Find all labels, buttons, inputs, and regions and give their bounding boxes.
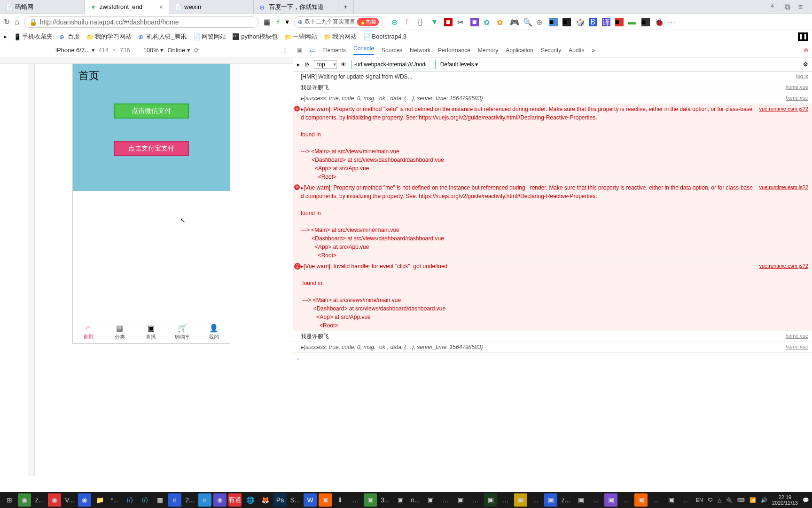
tab-mine[interactable]: 👤我的 — [198, 320, 230, 343]
qr-icon[interactable]: ▦ — [264, 17, 271, 26]
taskbar-item[interactable]: e — [198, 493, 211, 507]
taskbar-item[interactable]: ◉ — [18, 493, 31, 507]
source-link[interactable]: vue.runtime.esm.js?2 — [754, 183, 808, 260]
tab-live[interactable]: ▣直播 — [135, 320, 167, 343]
tray-icon[interactable]: 🗨 — [708, 497, 713, 503]
bookmark-item[interactable]: ⊕机构入驻_腾讯 — [138, 32, 187, 41]
taskbar-item[interactable]: z... — [33, 493, 46, 507]
source-link[interactable]: home.vue — [781, 332, 808, 341]
tray-icon[interactable]: △ — [718, 497, 721, 503]
search-icon[interactable]: 🔍 — [523, 18, 531, 26]
ext-icon[interactable]: ■ — [470, 18, 479, 26]
device-toggle-icon[interactable]: ▭ — [310, 47, 315, 54]
taskbar-item[interactable]: e — [168, 493, 181, 507]
ext-icon[interactable]: ▬ — [628, 18, 637, 26]
taskbar-item[interactable]: ◉ — [78, 493, 91, 507]
taskbar-item[interactable]: n... — [409, 493, 422, 507]
taskbar-item[interactable]: ▦ — [153, 493, 166, 507]
taskbar-item[interactable]: ... — [589, 493, 602, 507]
devtools-tab-console[interactable]: Console — [353, 45, 374, 55]
taskbar-item[interactable]: Ps — [273, 493, 287, 507]
search-box[interactable]: ⊕ 双十二九个真实预言 🔥热搜 — [294, 16, 383, 28]
taskbar-item[interactable]: ... — [439, 493, 452, 507]
taskbar-item[interactable]: ▣ — [454, 493, 467, 507]
ext-icon[interactable]: ■ — [615, 18, 624, 26]
console-sidebar-toggle[interactable]: ▸ — [297, 61, 300, 68]
tab-home[interactable]: ⌂首页 — [73, 320, 104, 343]
tab-2[interactable]: 📄 weixin — [169, 0, 254, 14]
taskbar-item[interactable]: ▣ — [574, 493, 587, 507]
taskbar-item[interactable]: ... — [649, 493, 663, 507]
taskbar-item[interactable]: *... — [108, 493, 121, 507]
ext-icon[interactable]: ■ — [562, 18, 571, 26]
tray-icon[interactable]: ⌨ — [737, 497, 745, 503]
taskbar-item[interactable]: ▣ — [394, 493, 407, 507]
taskbar-item[interactable]: ▣ — [544, 493, 557, 507]
system-clock[interactable]: 22:19 2020/12/13 — [772, 494, 798, 506]
taskbar-item[interactable]: ⟨/⟩ — [138, 493, 151, 507]
notifications-icon[interactable]: 💬 — [803, 497, 809, 503]
ext-icon[interactable]: B — [589, 18, 597, 26]
source-link[interactable]: vue.runtime.esm.js?2 — [754, 105, 808, 181]
wechat-pay-button[interactable]: 点击微信支付 — [114, 103, 189, 119]
close-icon[interactable]: × — [159, 3, 163, 11]
ext-icon[interactable]: ⊝ — [391, 18, 400, 26]
bookmark-item[interactable]: 📁一些网站 — [284, 32, 317, 41]
taskbar-item[interactable]: ◉ — [48, 493, 61, 507]
ext-icon[interactable]: ⊕ — [536, 18, 545, 26]
tray-icon[interactable]: 🔌 — [726, 497, 733, 503]
menu-icon[interactable]: ≡ — [798, 3, 803, 11]
devtools-tab-application[interactable]: Application — [506, 47, 533, 54]
ext-icon[interactable]: 🎮 — [510, 18, 518, 26]
throttle-select[interactable]: Online ▾ — [168, 47, 190, 54]
lang-indicator[interactable]: EN — [696, 497, 703, 503]
taskbar-item[interactable]: ... — [349, 493, 362, 507]
taskbar-item[interactable]: 🦊 — [258, 493, 272, 507]
ext-icon[interactable]: ■ — [444, 18, 453, 26]
inspect-icon[interactable]: ▣ — [297, 47, 302, 54]
taskbar-item[interactable]: ▣ — [514, 493, 527, 507]
devtools-tab-security[interactable]: Security — [541, 47, 561, 54]
pause-debugger-button[interactable]: ❚❚ — [798, 32, 808, 41]
taskbar-item[interactable]: 3... — [379, 493, 392, 507]
taskbar-item[interactable]: 🌐 — [243, 493, 257, 507]
taskbar-item[interactable]: ... — [529, 493, 542, 507]
console-prompt[interactable]: › — [293, 353, 812, 365]
tray-icon[interactable]: 📶 — [750, 497, 756, 503]
bookmark-item[interactable]: 📄Bootstrap4.3 — [363, 33, 406, 40]
source-link[interactable]: vue.runtime.esm.js?2 — [754, 262, 808, 330]
more-tabs-icon[interactable]: » — [592, 47, 595, 54]
app-launcher-icon[interactable]: ▸ — [4, 33, 7, 40]
alipay-pay-button[interactable]: 点击支付宝支付 — [114, 141, 189, 156]
console-output[interactable]: [HMR] Waiting for update signal from WDS… — [293, 71, 812, 476]
ext-icon[interactable]: 译 — [602, 18, 610, 26]
new-tab-button[interactable]: + — [338, 0, 354, 14]
device-height[interactable]: 736 — [120, 47, 130, 54]
ext-icon[interactable]: {} — [418, 18, 426, 26]
taskbar-item[interactable]: ⟨/⟩ — [123, 493, 136, 507]
reload-icon[interactable]: ↻ — [4, 17, 10, 26]
url-input[interactable]: 🔒 http://duanshuilu.natapp4.cc/#/dashboa… — [24, 16, 259, 28]
collections-icon[interactable]: ⧉ — [785, 3, 790, 11]
ext-icon[interactable]: ■ — [641, 18, 650, 26]
more-icon[interactable]: ⋮ — [282, 47, 288, 54]
flash-icon[interactable]: ⚡︎ — [275, 17, 281, 26]
taskbar-item[interactable]: z... — [559, 493, 572, 507]
tab-0[interactable]: 📄 码蜡网 — [0, 0, 85, 14]
chevron-down-icon[interactable]: ▾ — [285, 17, 289, 26]
tab-3[interactable]: ⊕ 百度一下，你就知道 — [254, 0, 338, 14]
devtools-tab-performance[interactable]: Performance — [438, 47, 470, 54]
taskbar-item[interactable]: 📁 — [93, 493, 106, 507]
log-levels-select[interactable]: Default levels ▾ — [440, 61, 478, 68]
rotate-icon[interactable]: ⟳ — [194, 47, 199, 54]
taskbar-item[interactable]: ▣ — [664, 493, 678, 507]
bookmark-item[interactable]: LFDpython模块包 — [233, 32, 278, 41]
ext-icon[interactable]: 🎲 — [576, 18, 584, 26]
devtools-tab-audits[interactable]: Audits — [569, 47, 584, 54]
ext-icon[interactable]: ■ — [549, 18, 558, 26]
taskbar-item[interactable]: ... — [469, 493, 482, 507]
error-count-icon[interactable]: ⊗ — [804, 47, 808, 54]
devtools-tab-sources[interactable]: Sources — [382, 47, 402, 54]
ext-icon[interactable]: T — [405, 18, 413, 26]
start-button[interactable]: ⊞ — [3, 493, 16, 507]
